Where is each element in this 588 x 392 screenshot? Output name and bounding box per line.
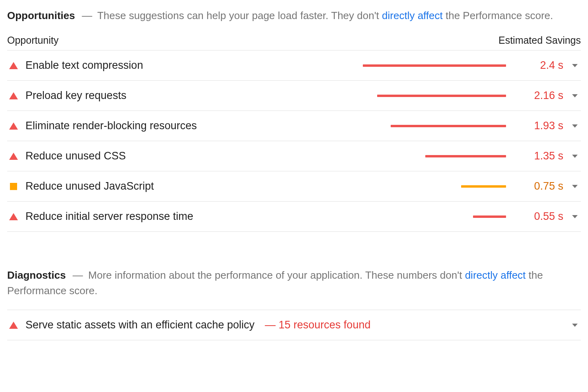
diagnostic-row[interactable]: Serve static assets with an efficient ca… xyxy=(7,310,581,340)
diagnostics-list: Serve static assets with an efficient ca… xyxy=(7,310,581,340)
chevron-down-icon xyxy=(572,215,578,218)
chevron-down-icon xyxy=(572,94,578,97)
chevron-down-icon xyxy=(572,185,578,188)
savings-value: 0.55 s xyxy=(520,210,563,223)
opportunities-title: Opportunities xyxy=(7,10,75,21)
directly-affect-link[interactable]: directly affect xyxy=(382,10,443,21)
savings-bar xyxy=(461,185,506,188)
savings-value: 2.4 s xyxy=(520,59,563,72)
opportunity-row[interactable]: Eliminate render-blocking resources1.93 … xyxy=(7,111,581,141)
square-warn-icon xyxy=(10,183,17,190)
opportunity-row[interactable]: Enable text compression2.4 s xyxy=(7,50,581,81)
savings-bar-track xyxy=(363,95,506,97)
diagnostic-label: Serve static assets with an efficient ca… xyxy=(25,319,255,331)
opportunity-label: Reduce unused CSS xyxy=(25,150,357,162)
savings-bar-track xyxy=(363,155,506,157)
diagnostics-title: Diagnostics xyxy=(7,269,66,281)
dash: — xyxy=(73,269,83,281)
dash: — xyxy=(82,10,92,21)
diagnostic-detail: — 15 resources found xyxy=(265,319,371,331)
savings-bar xyxy=(377,95,506,97)
savings-value: 1.35 s xyxy=(520,150,563,162)
opportunity-label: Enable text compression xyxy=(25,59,357,72)
opportunities-table-header: Opportunity Estimated Savings xyxy=(7,35,581,50)
opportunity-label: Reduce unused JavaScript xyxy=(25,180,357,192)
directly-affect-link-2[interactable]: directly affect xyxy=(465,269,526,281)
triangle-fail-icon xyxy=(9,62,18,69)
triangle-fail-icon xyxy=(9,153,18,160)
opportunity-label: Eliminate render-blocking resources xyxy=(25,120,357,132)
savings-bar-track xyxy=(363,64,506,67)
opportunities-desc-after: the Performance score. xyxy=(443,10,553,21)
opportunity-row[interactable]: Reduce unused CSS1.35 s xyxy=(7,141,581,171)
triangle-fail-icon xyxy=(9,122,18,130)
diagnostics-desc-before: More information about the performance o… xyxy=(88,269,465,281)
triangle-fail-icon xyxy=(9,322,18,329)
savings-value: 0.75 s xyxy=(520,180,563,192)
chevron-down-icon xyxy=(572,124,578,128)
triangle-fail-icon xyxy=(9,92,18,99)
opportunity-row[interactable]: Preload key requests2.16 s xyxy=(7,81,581,111)
opportunity-label: Preload key requests xyxy=(25,89,357,102)
opportunities-header: Opportunities — These suggestions can he… xyxy=(7,8,581,23)
opportunities-desc-before: These suggestions can help your page loa… xyxy=(97,10,382,21)
column-estimated-savings: Estimated Savings xyxy=(498,35,581,46)
chevron-down-icon xyxy=(572,64,578,67)
savings-bar-track xyxy=(363,185,506,188)
chevron-down-icon xyxy=(572,324,578,327)
savings-bar xyxy=(425,155,506,157)
opportunity-label: Reduce initial server response time xyxy=(25,210,357,223)
savings-value: 2.16 s xyxy=(520,89,563,102)
opportunity-row[interactable]: Reduce unused JavaScript0.75 s xyxy=(7,171,581,202)
column-opportunity: Opportunity xyxy=(7,35,58,46)
savings-bar-track xyxy=(363,215,506,218)
savings-value: 1.93 s xyxy=(520,120,563,132)
savings-bar xyxy=(473,215,506,218)
opportunity-row[interactable]: Reduce initial server response time0.55 … xyxy=(7,202,581,232)
savings-bar xyxy=(363,64,506,67)
triangle-fail-icon xyxy=(9,213,18,220)
savings-bar xyxy=(391,125,506,127)
chevron-down-icon xyxy=(572,155,578,158)
opportunities-list: Enable text compression2.4 sPreload key … xyxy=(7,50,581,232)
savings-bar-track xyxy=(363,125,506,127)
diagnostics-header: Diagnostics — More information about the… xyxy=(7,268,581,299)
